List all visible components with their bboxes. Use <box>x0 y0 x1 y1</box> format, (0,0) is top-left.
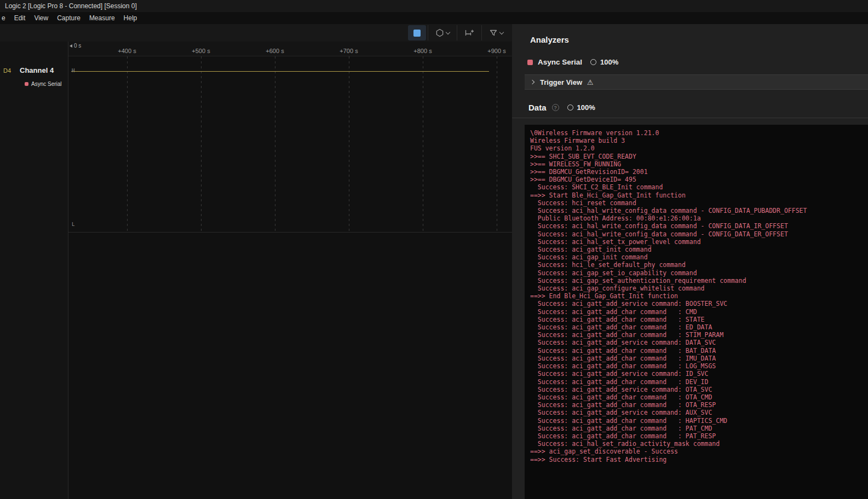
data-progress: 100% <box>577 103 595 112</box>
trigger-view-label: Trigger View <box>540 78 582 86</box>
annotations-button[interactable] <box>484 25 509 40</box>
analyzer-dot-icon <box>527 60 533 65</box>
menu-item-edit[interactable]: Edit <box>10 14 30 22</box>
level-high-label: H <box>72 68 74 73</box>
help-icon[interactable]: ? <box>552 104 559 111</box>
channel-name-label: Channel 4 <box>20 66 54 74</box>
channel-panel: D4 Channel 4 Async Serial <box>0 42 68 499</box>
analyzers-title: Analyzers <box>530 35 868 44</box>
channel-analyzer-chip[interactable]: Async Serial <box>25 81 62 87</box>
channel-label-row[interactable]: D4 Channel 4 <box>3 66 54 74</box>
tick-label: +800 s <box>413 48 432 54</box>
sidebar-divider <box>512 118 868 118</box>
menu-bar: eEditViewCaptureMeasureHelp <box>0 12 868 24</box>
analyzer-name: Async Serial <box>538 58 582 66</box>
tick-label: +900 s <box>487 48 505 54</box>
tick-label: +700 s <box>340 48 358 54</box>
signal-trace <box>71 71 489 72</box>
hexagon-settings-icon <box>435 28 444 37</box>
gridline <box>497 56 497 233</box>
toolbar-separator <box>428 25 428 40</box>
title-bar: Logic 2 [Logic Pro 8 - Connected] [Sessi… <box>0 0 868 12</box>
channel-track[interactable]: H L <box>68 56 512 233</box>
tick-label: +600 s <box>266 48 284 54</box>
menu-item-help[interactable]: Help <box>119 14 142 22</box>
data-title: Data <box>528 103 547 112</box>
origin-label: 0 s <box>74 43 81 49</box>
progress-circle-icon <box>567 105 573 111</box>
filter-flag-icon <box>489 28 498 37</box>
capture-settings-button[interactable] <box>430 25 455 40</box>
stop-capture-icon <box>413 30 421 37</box>
app-window: Logic 2 [Logic Pro 8 - Connected] [Sessi… <box>0 0 868 499</box>
analyzer-chip-label: Async Serial <box>31 81 62 87</box>
chevron-down-icon <box>499 30 504 34</box>
waveform-region: D4 Channel 4 Async Serial 0 s <box>0 42 512 499</box>
gridline <box>201 56 202 233</box>
sidebar: Analyzers Async Serial 100% Trigger View… <box>512 24 868 499</box>
menu-item-e[interactable]: e <box>0 14 10 22</box>
capture-area: D4 Channel 4 Async Serial 0 s <box>0 24 512 499</box>
trigger-view-toggle[interactable]: Trigger View ⚠ <box>525 74 868 90</box>
gridline <box>423 56 423 233</box>
terminal-output: \0Wireless Firmware version 1.21.0 Wirel… <box>525 125 868 463</box>
window-title: Logic 2 [Logic Pro 8 - Connected] [Sessi… <box>5 2 137 10</box>
gridline <box>349 56 349 233</box>
stop-capture-button[interactable] <box>408 25 426 40</box>
tick-label: +400 s <box>118 48 136 54</box>
measure-button[interactable] <box>459 25 480 40</box>
gridline <box>275 56 275 233</box>
timeline-ruler[interactable]: 0 s +400 s+500 s+600 s+700 s+800 s+900 s <box>68 42 512 56</box>
data-terminal[interactable]: \0Wireless Firmware version 1.21.0 Wirel… <box>525 125 868 499</box>
timeline-and-wave: 0 s +400 s+500 s+600 s+700 s+800 s+900 s… <box>68 42 512 499</box>
tick-label: +500 s <box>192 48 210 54</box>
capture-toolbar <box>0 24 512 42</box>
analyzer-progress: 100% <box>600 58 618 66</box>
measure-icon <box>464 28 474 37</box>
data-header-row: Data ? 100% <box>528 103 868 112</box>
toolbar-separator <box>457 25 457 40</box>
analyzer-dot-icon <box>25 82 28 86</box>
wave-body[interactable]: H L <box>68 56 512 499</box>
channel-id-label: D4 <box>3 67 20 74</box>
menu-item-view[interactable]: View <box>30 14 53 22</box>
main-content: D4 Channel 4 Async Serial 0 s <box>0 24 868 499</box>
timeline-origin-marker[interactable]: 0 s <box>70 43 81 49</box>
chevron-right-icon <box>530 80 534 84</box>
chevron-down-icon <box>446 30 450 34</box>
left-triangle-icon <box>70 44 72 48</box>
analyzer-list-item[interactable]: Async Serial 100% <box>527 58 868 66</box>
toolbar-separator <box>481 25 482 40</box>
warning-icon: ⚠ <box>587 79 594 86</box>
menu-item-capture[interactable]: Capture <box>53 14 85 22</box>
menu-item-measure[interactable]: Measure <box>85 14 119 22</box>
progress-circle-icon <box>590 59 596 65</box>
gridline <box>127 56 128 233</box>
level-low-label: L <box>72 222 74 227</box>
